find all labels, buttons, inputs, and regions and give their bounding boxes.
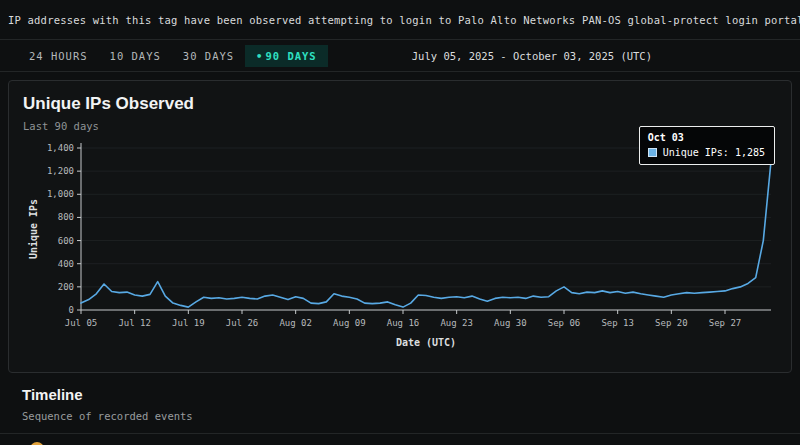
- svg-text:Sep 20: Sep 20: [655, 318, 688, 328]
- svg-text:Sep 27: Sep 27: [709, 318, 742, 328]
- svg-text:Aug 09: Aug 09: [333, 318, 366, 328]
- svg-text:0: 0: [69, 305, 74, 315]
- svg-text:Jul 26: Jul 26: [226, 318, 259, 328]
- tab-10-days[interactable]: 10 DAYS: [99, 45, 172, 67]
- tag-description: IP addresses with this tag have been obs…: [0, 0, 800, 39]
- timeline-item[interactable]: [0, 433, 800, 445]
- svg-text:Date (UTC): Date (UTC): [396, 337, 456, 348]
- svg-text:Aug 23: Aug 23: [440, 318, 473, 328]
- unique-ips-line-chart: 02004006008001,0001,2001,400Jul 05Jul 12…: [23, 138, 779, 350]
- panel-title: Unique IPs Observed: [23, 94, 777, 114]
- divider-tabs: [0, 71, 800, 72]
- tab-90-days-label: 90 DAYS: [265, 50, 316, 62]
- line-chart-canvas[interactable]: 02004006008001,0001,2001,400Jul 05Jul 12…: [23, 138, 777, 354]
- unique-ips-chart[interactable]: 02004006008001,0001,2001,400Jul 05Jul 12…: [23, 138, 777, 354]
- time-range-tabs: 24 HOURS 10 DAYS 30 DAYS •90 DAYS July 0…: [0, 40, 800, 71]
- svg-text:200: 200: [58, 282, 74, 292]
- unique-ips-panel: Unique IPs Observed Last 90 days 0200400…: [8, 80, 792, 373]
- svg-text:1,000: 1,000: [47, 189, 74, 199]
- tab-30-days[interactable]: 30 DAYS: [172, 45, 245, 67]
- tooltip-date: Oct 03: [648, 132, 765, 143]
- svg-text:Aug 30: Aug 30: [494, 318, 527, 328]
- chart-tooltip: Oct 03 Unique IPs: 1,285: [639, 126, 775, 165]
- series-swatch: [648, 148, 657, 157]
- active-tab-dot-icon: •: [256, 50, 263, 62]
- svg-text:400: 400: [58, 259, 74, 269]
- svg-text:600: 600: [58, 236, 74, 246]
- svg-text:Aug 16: Aug 16: [387, 318, 420, 328]
- timeline-title: Timeline: [22, 386, 778, 403]
- svg-text:Jul 19: Jul 19: [172, 318, 205, 328]
- svg-text:Sep 06: Sep 06: [548, 318, 581, 328]
- svg-text:Sep 13: Sep 13: [601, 318, 634, 328]
- tab-24-hours[interactable]: 24 HOURS: [18, 45, 99, 67]
- tab-90-days[interactable]: •90 DAYS: [245, 45, 328, 67]
- page: IP addresses with this tag have been obs…: [0, 0, 800, 445]
- timeline-subtitle: Sequence of recorded events: [22, 410, 778, 422]
- svg-text:Jul 12: Jul 12: [118, 318, 151, 328]
- svg-text:1,200: 1,200: [47, 166, 74, 176]
- svg-text:800: 800: [58, 212, 74, 222]
- timeline-section: Timeline Sequence of recorded events: [0, 373, 800, 422]
- date-range-label: July 05, 2025 - October 03, 2025 (UTC): [412, 50, 652, 62]
- tooltip-value-row: Unique IPs: 1,285: [648, 147, 765, 158]
- svg-text:1,400: 1,400: [47, 143, 74, 153]
- svg-text:Unique IPs: Unique IPs: [28, 199, 39, 259]
- svg-text:Aug 02: Aug 02: [279, 318, 312, 328]
- tooltip-value: Unique IPs: 1,285: [663, 147, 765, 158]
- svg-text:Jul 05: Jul 05: [65, 318, 98, 328]
